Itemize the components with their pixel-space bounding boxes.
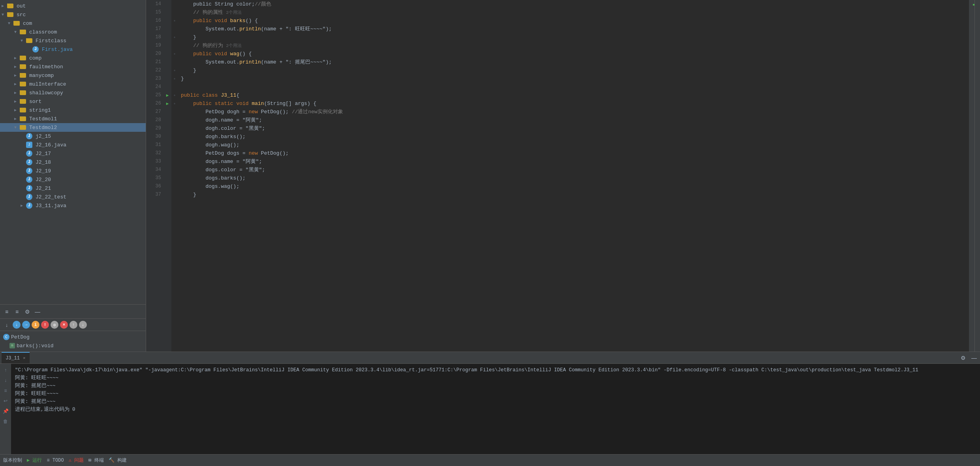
run-indicator-28[interactable]	[163, 116, 171, 124]
fold-indicator-15[interactable]	[171, 8, 178, 17]
tree-item-J2_16.java[interactable]: JJ2_16.java	[0, 140, 146, 149]
tree-item-sort[interactable]: ▶sort	[0, 97, 146, 106]
fold-indicator-37[interactable]	[171, 191, 178, 199]
btn-gray-settings[interactable]: ⚙	[51, 321, 58, 329]
run-indicator-33[interactable]	[163, 157, 171, 166]
fold-indicator-36[interactable]	[171, 182, 178, 191]
minimize-button[interactable]: —	[33, 307, 42, 316]
collapse-all-button[interactable]: ≡	[2, 307, 11, 316]
todo-status[interactable]: ≡ TODO	[47, 458, 64, 463]
terminal-tab-j3-11[interactable]: J3_11 ×	[2, 352, 30, 363]
fold-indicator-14[interactable]	[171, 0, 178, 8]
fold-indicator-20[interactable]: ◦	[171, 50, 178, 58]
btn-blue2[interactable]: →	[22, 321, 30, 329]
terminal-status[interactable]: ⊞ 终端	[88, 457, 103, 464]
tree-item-string1[interactable]: ▶string1	[0, 106, 146, 114]
fold-indicator-35[interactable]	[171, 174, 178, 182]
btn-red[interactable]: !	[41, 321, 49, 329]
pin-btn[interactable]: 📌	[2, 407, 9, 415]
fold-indicator-29[interactable]	[171, 124, 178, 133]
code-editor[interactable]: public String color;//颜色 // 狗的属性2个用法 pub…	[178, 0, 969, 352]
btn-gray-up[interactable]: ↑	[69, 321, 77, 329]
run-indicator-18[interactable]	[163, 33, 171, 41]
run-indicator-15[interactable]	[163, 8, 171, 17]
btn-blue1[interactable]: ↓	[13, 321, 21, 329]
tree-item-J2_18[interactable]: JJ2_18	[0, 158, 146, 167]
run-indicator-17[interactable]	[163, 25, 171, 33]
tree-item-faultmethon[interactable]: ▶faultmethon	[0, 62, 146, 71]
run-status[interactable]: ▶ 运行	[27, 457, 42, 464]
trash-btn[interactable]: 🗑	[2, 417, 9, 425]
tree-item-J2_17[interactable]: JJ2_17	[0, 149, 146, 158]
fold-indicator-21[interactable]	[171, 58, 178, 66]
tree-item-Testdmol2[interactable]: ▼Testdmol2	[0, 123, 146, 132]
fold-indicator-34[interactable]	[171, 166, 178, 174]
soft-wrap-btn[interactable]: ↩	[2, 397, 9, 405]
tree-item-mulInterface[interactable]: ▶mulInterface	[0, 80, 146, 88]
btn-red-x[interactable]: ×	[60, 321, 68, 329]
run-indicator-35[interactable]	[163, 174, 171, 182]
fold-indicator-27[interactable]	[171, 108, 178, 116]
terminal-minimize-btn[interactable]: —	[970, 354, 978, 362]
build-status[interactable]: 🔨 构建	[109, 457, 127, 464]
scroll-down-btn[interactable]: ↓	[2, 376, 9, 384]
tree-item-manycomp[interactable]: ▶manycomp	[0, 71, 146, 80]
tree-item-out[interactable]: ▶out	[0, 2, 146, 10]
tree-item-Firstclass[interactable]: ▼Firstclass	[0, 36, 146, 45]
arrow-down-icon-btn[interactable]: ↓	[2, 320, 11, 329]
fold-indicator-16[interactable]: ◦	[171, 17, 178, 25]
tree-item-J3_11.java[interactable]: ▶JJ3_11.java	[0, 201, 146, 210]
run-indicator-37[interactable]	[163, 191, 171, 199]
run-indicator-30[interactable]	[163, 133, 171, 141]
run-indicator-14[interactable]	[163, 0, 171, 8]
run-indicator-24[interactable]	[163, 83, 171, 91]
run-indicator-22[interactable]	[163, 66, 171, 75]
run-indicator-26[interactable]: ▶	[163, 99, 171, 108]
collapse2-button[interactable]: ≡	[13, 307, 21, 316]
run-indicator-25[interactable]: ▶	[163, 91, 171, 99]
run-indicator-31[interactable]	[163, 141, 171, 149]
tree-item-J2_19[interactable]: JJ2_19	[0, 167, 146, 175]
run-indicator-34[interactable]	[163, 166, 171, 174]
problems-status[interactable]: ⚠ 问题	[69, 457, 84, 464]
tree-item-src[interactable]: ▼src	[0, 10, 146, 19]
terminal-tab-close[interactable]: ×	[23, 356, 26, 361]
tree-item-J2_21[interactable]: JJ2_21	[0, 184, 146, 193]
tree-item-First.java[interactable]: JFirst.java	[0, 45, 146, 54]
fold-indicator-30[interactable]	[171, 133, 178, 141]
tree-item-comp[interactable]: ▶comp	[0, 54, 146, 62]
fold-indicator-28[interactable]	[171, 116, 178, 124]
run-indicator-23[interactable]	[163, 75, 171, 83]
version-control[interactable]: 版本控制	[3, 457, 22, 464]
tree-item-J2_22_test[interactable]: JJ2_22_test	[0, 193, 146, 201]
fold-indicator-22[interactable]: ◦	[171, 66, 178, 75]
run-indicator-21[interactable]	[163, 58, 171, 66]
tree-item-j2_15[interactable]: Jj2_15	[0, 132, 146, 140]
tree-item-J2_20[interactable]: JJ2_20	[0, 175, 146, 184]
scroll-up-btn[interactable]: ↑	[2, 366, 9, 374]
run-indicator-20[interactable]	[163, 50, 171, 58]
fold-indicator-24[interactable]	[171, 83, 178, 91]
fold-indicator-23[interactable]: ◦	[171, 75, 178, 83]
tree-item-com[interactable]: ▼com	[0, 19, 146, 28]
run-indicator-36[interactable]	[163, 182, 171, 191]
settings-button[interactable]: ⚙	[23, 307, 32, 316]
fold-indicator-33[interactable]	[171, 157, 178, 166]
run-indicator-27[interactable]	[163, 108, 171, 116]
tree-item-classroom[interactable]: ▼classroom	[0, 28, 146, 36]
filter-btn[interactable]: ≡	[2, 387, 9, 395]
run-indicator-29[interactable]	[163, 124, 171, 133]
fold-indicator-32[interactable]	[171, 149, 178, 157]
fold-indicator-26[interactable]: ◦	[171, 99, 178, 108]
fold-indicator-17[interactable]	[171, 25, 178, 33]
editor-scrollbar[interactable]	[969, 0, 974, 352]
tree-item-shallowcopy[interactable]: ▶shallowcopy	[0, 88, 146, 97]
btn-orange[interactable]: i	[32, 321, 39, 329]
tree-item-Testdmol1[interactable]: ▶Testdmol1	[0, 114, 146, 123]
run-indicator-19[interactable]	[163, 41, 171, 50]
run-indicator-16[interactable]	[163, 17, 171, 25]
run-indicator-32[interactable]	[163, 149, 171, 157]
btn-gray-down[interactable]: ↓	[79, 321, 87, 329]
fold-indicator-31[interactable]	[171, 141, 178, 149]
fold-indicator-19[interactable]	[171, 41, 178, 50]
